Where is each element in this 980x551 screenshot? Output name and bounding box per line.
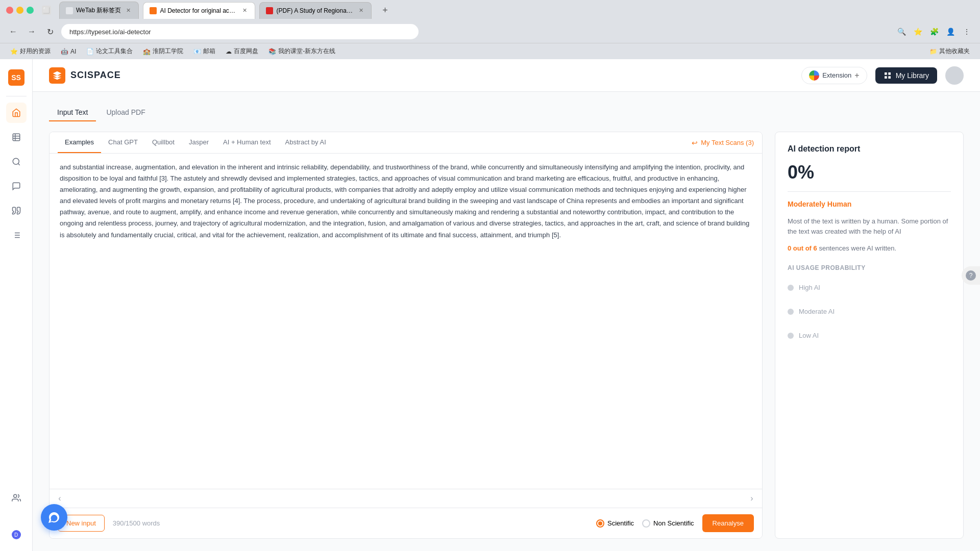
bookmark-ai[interactable]: 🤖 AI bbox=[57, 47, 80, 56]
profile-icon[interactable]: 👤 bbox=[943, 24, 958, 39]
forward-button[interactable]: → bbox=[24, 24, 39, 39]
users-icon bbox=[12, 493, 21, 503]
bookmark-university[interactable]: 🏫 淮阴工学院 bbox=[139, 46, 187, 57]
scroll-left-arrow[interactable]: ‹ bbox=[54, 492, 66, 505]
refresh-button[interactable]: ↻ bbox=[43, 24, 57, 39]
tab-input-text[interactable]: Input Text bbox=[49, 104, 96, 121]
window-max-btn[interactable] bbox=[27, 7, 34, 14]
filter-tab-ai-human[interactable]: AI + Human text bbox=[216, 132, 278, 153]
back-button[interactable]: ← bbox=[6, 24, 20, 39]
filter-tab-abstract[interactable]: Abstract by AI bbox=[278, 132, 333, 153]
sidebar: SS D bbox=[0, 59, 33, 551]
ai-percentage: 0% bbox=[788, 162, 951, 183]
user-avatar[interactable] bbox=[945, 66, 964, 85]
sidebar-item-discord[interactable]: D bbox=[6, 524, 27, 545]
filter-tab-chatgpt[interactable]: Chat GPT bbox=[101, 132, 145, 153]
sidebar-item-chat[interactable] bbox=[6, 176, 27, 196]
support-chat-bubble[interactable] bbox=[41, 504, 67, 531]
input-tabs-row: Input Text Upload PDF bbox=[49, 104, 964, 121]
rating-label: Moderately Human bbox=[788, 200, 951, 208]
browser-tab-wetab[interactable]: WeTab 新标签页 ✕ bbox=[59, 2, 139, 19]
usage-item-high-ai: High AI bbox=[788, 280, 951, 295]
search-icon bbox=[12, 157, 21, 166]
extension-icon[interactable]: 🧩 bbox=[927, 24, 941, 39]
home-icon bbox=[12, 108, 21, 117]
chat-icon bbox=[12, 182, 21, 191]
side-widget[interactable]: ? bbox=[962, 266, 980, 285]
ai-report-panel: AI detection report 0% Moderately Human … bbox=[775, 132, 964, 539]
svg-rect-14 bbox=[888, 72, 891, 75]
mode-radio-group: Scientific Non Scientific bbox=[596, 519, 694, 528]
svg-point-12 bbox=[13, 494, 16, 497]
svg-rect-13 bbox=[885, 72, 887, 75]
sidebar-item-quote[interactable] bbox=[6, 201, 27, 221]
rating-description: Most of the text is written by a human. … bbox=[788, 216, 951, 236]
scientific-radio-inner bbox=[598, 521, 602, 525]
list-icon bbox=[12, 231, 21, 240]
non-scientific-radio[interactable]: Non Scientific bbox=[642, 519, 694, 528]
reanalyse-button[interactable]: Reanalyse bbox=[702, 514, 754, 532]
filter-tab-quillbot[interactable]: Quillbot bbox=[145, 132, 182, 153]
my-library-button[interactable]: My Library bbox=[875, 67, 937, 84]
history-icon: ↩ bbox=[692, 139, 698, 147]
my-text-scans-button[interactable]: ↩ My Text Scans (3) bbox=[692, 135, 754, 151]
svg-rect-16 bbox=[888, 76, 891, 79]
header-logo-icon bbox=[49, 67, 65, 84]
bookmark-resources[interactable]: ⭐ 好用的资源 bbox=[6, 46, 55, 57]
filter-tab-examples[interactable]: Examples bbox=[58, 132, 101, 153]
scroll-right-arrow[interactable]: › bbox=[746, 492, 758, 505]
address-bar[interactable] bbox=[61, 24, 419, 39]
bookmark-others[interactable]: 📁 其他收藏夹 bbox=[925, 46, 974, 57]
report-title: AI detection report bbox=[788, 144, 951, 154]
usage-item-low-ai: Low AI bbox=[788, 328, 951, 343]
browser-search-icon[interactable]: 🔍 bbox=[894, 24, 909, 39]
bookmark-email[interactable]: 📧 邮箱 bbox=[189, 46, 219, 57]
grid-icon bbox=[884, 71, 892, 80]
window-min-btn[interactable] bbox=[16, 7, 23, 14]
text-paragraph: and substantial increase, augmentation, … bbox=[60, 162, 752, 241]
header-right: Extension + My Library bbox=[801, 66, 964, 85]
scroll-arrows-row: ‹ › bbox=[50, 489, 762, 508]
bookmark-cloud[interactable]: ☁ 百度网盘 bbox=[222, 46, 262, 57]
text-input-panel: Examples Chat GPT Quillbot Jasper AI + H bbox=[49, 132, 763, 539]
extension-button[interactable]: Extension + bbox=[801, 67, 867, 84]
ai-sentence-info: 0 out of 6 sentences were AI written. bbox=[788, 244, 951, 252]
sidebar-logo: SS bbox=[4, 65, 29, 90]
non-scientific-radio-circle bbox=[642, 519, 650, 528]
high-ai-label: High AI bbox=[799, 284, 820, 291]
quote-icon bbox=[12, 206, 21, 215]
header-brand: SCISPACE bbox=[70, 70, 121, 81]
browser-tab-ai-detector[interactable]: AI Detector for original academi... ✕ bbox=[143, 2, 255, 19]
word-count-display: 390/1500 words bbox=[113, 519, 588, 527]
low-ai-label: Low AI bbox=[799, 332, 819, 339]
scientific-radio[interactable]: Scientific bbox=[596, 519, 634, 528]
widget-icon: ? bbox=[966, 270, 976, 281]
text-content-area[interactable]: and substantial increase, augmentation, … bbox=[50, 154, 762, 489]
window-close-btn[interactable] bbox=[6, 7, 13, 14]
discord-icon: D bbox=[12, 530, 21, 539]
sidebar-item-search[interactable] bbox=[6, 152, 27, 172]
tab-close-ai-detector[interactable]: ✕ bbox=[240, 7, 249, 15]
sidebar-item-list[interactable] bbox=[6, 225, 27, 245]
bookmark-course[interactable]: 📚 我的课堂-新东方在线 bbox=[264, 46, 339, 57]
sidebar-divider bbox=[6, 96, 27, 96]
settings-icon[interactable]: ⋮ bbox=[960, 24, 974, 39]
tab-upload-pdf[interactable]: Upload PDF bbox=[98, 104, 153, 121]
svg-point-4 bbox=[13, 158, 19, 164]
tab-close-wetab[interactable]: ✕ bbox=[124, 7, 132, 15]
new-tab-button[interactable]: + bbox=[378, 3, 392, 17]
svg-line-5 bbox=[18, 163, 19, 165]
sidebar-item-analytics[interactable] bbox=[6, 127, 27, 147]
bookmark-tools[interactable]: 📄 论文工具集合 bbox=[82, 46, 137, 57]
sidebar-item-users[interactable] bbox=[6, 488, 27, 508]
support-icon bbox=[48, 511, 60, 523]
moderate-ai-label: Moderate AI bbox=[799, 308, 835, 315]
sidebar-item-home[interactable] bbox=[6, 103, 27, 123]
filter-tab-jasper[interactable]: Jasper bbox=[182, 132, 216, 153]
ai-sentence-count: 0 out of 6 bbox=[788, 244, 817, 252]
bookmark-icon[interactable]: ⭐ bbox=[911, 24, 925, 39]
scientific-radio-circle bbox=[596, 519, 604, 528]
moderate-ai-dot bbox=[788, 309, 794, 315]
browser-tab-pdf[interactable]: (PDF) A Study of Regional Image... ✕ bbox=[259, 2, 372, 19]
tab-close-pdf[interactable]: ✕ bbox=[357, 7, 365, 15]
